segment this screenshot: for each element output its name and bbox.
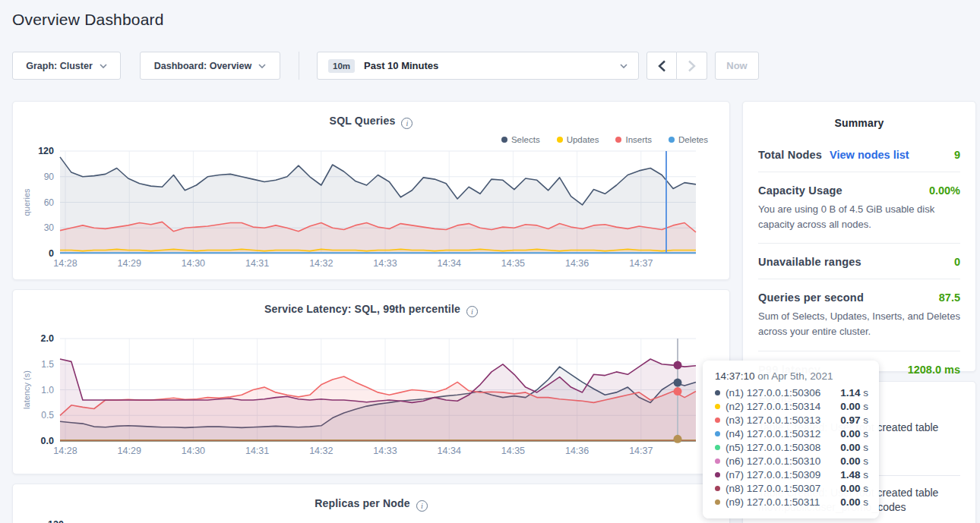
svg-text:14:29: 14:29 <box>118 446 141 456</box>
view-nodes-list-link[interactable]: View nodes list <box>830 149 909 161</box>
svg-text:14:35: 14:35 <box>501 446 525 456</box>
tooltip-node-value: 0.00 s <box>840 442 868 453</box>
chevron-right-icon <box>688 60 696 72</box>
svg-text:14:31: 14:31 <box>245 446 269 456</box>
tooltip-node-label: (n2) 127.0.0.1:50314 <box>726 401 820 412</box>
svg-text:120: 120 <box>38 146 54 156</box>
tooltip-node-row: (n4) 127.0.0.1:503120.00 s <box>715 427 868 440</box>
toolbar-divider <box>299 52 299 80</box>
tooltip-node-value: 0.00 s <box>840 455 868 467</box>
replicas-per-node-chart-card: Replicas per Nodei 120 <box>12 484 730 523</box>
summary-row-value: 0 <box>954 256 960 268</box>
now-button[interactable]: Now <box>715 52 759 80</box>
tooltip-node-label: (n9) 127.0.0.1:50311 <box>726 496 820 508</box>
summary-row-label: Unavailable ranges <box>758 256 861 268</box>
series-color-dot <box>715 445 720 450</box>
chevron-down-icon <box>620 64 628 68</box>
tooltip-node-value: 0.00 s <box>840 496 868 508</box>
chart-hover-tooltip: 14:37:10 on Apr 5th, 2021 (n1) 127.0.0.1… <box>703 361 879 518</box>
tooltip-node-label: (n1) 127.0.0.1:50306 <box>726 387 820 399</box>
replicas-chart-title: Replicas per Node <box>315 497 410 509</box>
tooltip-node-label: (n5) 127.0.0.1:50308 <box>726 442 820 453</box>
summary-row: Queries per second87.5Sum of Selects, Up… <box>758 279 960 351</box>
series-color-dot <box>715 472 720 477</box>
summary-row: Unavailable ranges0 <box>758 244 960 279</box>
svg-text:0.5: 0.5 <box>41 410 54 421</box>
tooltip-node-row: (n8) 127.0.0.1:503070.00 s <box>715 481 868 495</box>
svg-text:14:30: 14:30 <box>182 258 205 269</box>
page-title: Overview Dashboard <box>12 11 164 29</box>
series-color-dot <box>715 458 720 464</box>
svg-text:14:35: 14:35 <box>501 258 525 269</box>
summary-row: Total NodesView nodes list9 <box>758 137 960 172</box>
tooltip-node-label: (n7) 127.0.0.1:50309 <box>726 469 820 480</box>
svg-text:14:32: 14:32 <box>309 258 333 269</box>
svg-text:14:36: 14:36 <box>565 258 589 269</box>
time-range-dropdown[interactable]: 10m Past 10 Minutes <box>317 52 639 80</box>
tooltip-node-row: (n2) 127.0.0.1:503140.00 s <box>715 399 868 413</box>
summary-row-description: You are using 0 B of 4.5 GiB usable disk… <box>758 202 960 232</box>
svg-text:14:34: 14:34 <box>438 446 461 456</box>
svg-text:queries: queries <box>22 188 31 216</box>
svg-text:14:28: 14:28 <box>53 446 77 456</box>
series-color-dot <box>715 499 720 505</box>
sql-queries-chart-card: SQL Queriesi SelectsUpdatesInsertsDelete… <box>12 101 730 280</box>
chevron-left-icon <box>658 60 666 72</box>
tooltip-node-value: 0.00 s <box>840 483 868 494</box>
tooltip-node-label: (n6) 127.0.0.1:50310 <box>726 455 820 467</box>
summary-panel: Summary Total NodesView nodes list9Capac… <box>742 101 976 372</box>
replicas-chart-ytick: 120 <box>48 519 64 523</box>
now-button-label: Now <box>726 60 747 71</box>
tooltip-node-row: (n6) 127.0.0.1:503100.00 s <box>715 454 868 468</box>
tooltip-node-row: (n3) 127.0.0.1:503130.97 s <box>715 413 868 427</box>
series-color-dot <box>715 390 720 395</box>
svg-text:14:32: 14:32 <box>309 446 333 456</box>
summary-row-label: Total Nodes <box>758 149 822 161</box>
svg-text:60: 60 <box>44 197 55 208</box>
svg-text:14:28: 14:28 <box>53 258 77 269</box>
svg-text:0: 0 <box>49 248 54 259</box>
svg-text:14:30: 14:30 <box>182 446 205 456</box>
tooltip-node-row: (n5) 127.0.0.1:503080.00 s <box>715 440 868 454</box>
service-latency-chart[interactable]: 0.00.51.01.52.014:2814:2914:3014:3114:32… <box>13 290 731 475</box>
tooltip-node-label: (n3) 127.0.0.1:50313 <box>726 414 820 426</box>
tooltip-node-value: 0.00 s <box>840 401 868 412</box>
tooltip-node-value: 1.14 s <box>840 387 868 399</box>
info-icon[interactable]: i <box>416 500 428 512</box>
svg-text:1.5: 1.5 <box>41 359 54 370</box>
tooltip-node-label: (n8) 127.0.0.1:50307 <box>726 483 820 494</box>
summary-row-label: Queries per second <box>758 291 864 304</box>
time-step-buttons <box>646 52 707 80</box>
time-range-label: Past 10 Minutes <box>364 60 438 71</box>
summary-row-value: 9 <box>954 149 960 161</box>
graph-scope-dropdown-label: Graph: Cluster <box>26 61 93 71</box>
dashboard-dropdown[interactable]: Dashboard: Overview <box>140 52 280 80</box>
svg-text:latency (s): latency (s) <box>22 370 31 409</box>
service-latency-chart-card: Service Latency: SQL, 99th percentilei 0… <box>12 289 730 474</box>
series-color-dot <box>715 404 720 409</box>
time-step-back-button[interactable] <box>646 52 677 80</box>
sql-queries-chart[interactable]: 030609012014:2814:2914:3014:3114:3214:33… <box>13 102 731 281</box>
svg-text:30: 30 <box>44 222 55 233</box>
tooltip-node-row: (n9) 127.0.0.1:503110.00 s <box>715 495 868 509</box>
svg-text:2.0: 2.0 <box>41 333 54 344</box>
graph-scope-dropdown[interactable]: Graph: Cluster <box>12 52 121 80</box>
time-step-forward-button[interactable] <box>677 52 707 80</box>
svg-text:14:31: 14:31 <box>245 258 269 269</box>
chevron-down-icon <box>100 64 107 68</box>
svg-text:0.0: 0.0 <box>41 436 54 446</box>
series-color-dot <box>715 486 720 491</box>
summary-row-value: 1208.0 ms <box>908 364 960 376</box>
tooltip-node-value: 1.48 s <box>840 469 868 480</box>
svg-text:90: 90 <box>44 172 55 182</box>
summary-title: Summary <box>743 102 975 129</box>
summary-row-label: Capacity Usage <box>758 184 842 197</box>
dashboard-dropdown-label: Dashboard: Overview <box>154 61 252 71</box>
tooltip-node-value: 0.97 s <box>840 414 868 426</box>
series-color-dot <box>715 431 720 436</box>
svg-text:14:34: 14:34 <box>438 258 461 269</box>
tooltip-node-row: (n1) 127.0.0.1:503061.14 s <box>715 386 868 399</box>
chevron-down-icon <box>258 64 266 68</box>
tooltip-node-row: (n7) 127.0.0.1:503091.48 s <box>715 468 868 481</box>
tooltip-node-value: 0.00 s <box>840 428 868 440</box>
